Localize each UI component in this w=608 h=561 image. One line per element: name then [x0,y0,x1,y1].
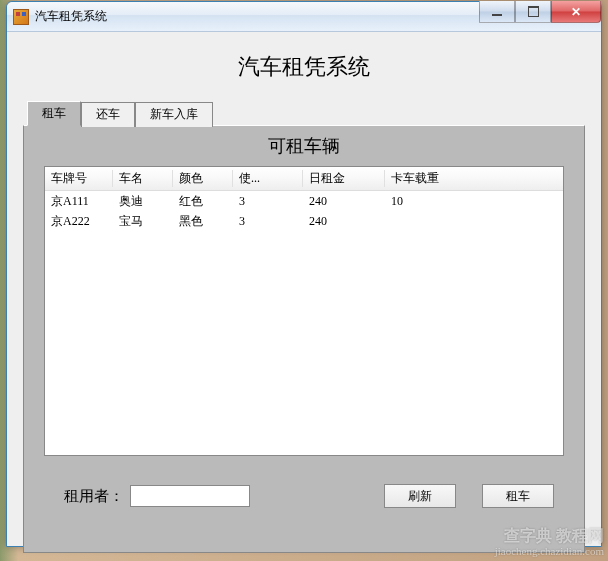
cell-daily: 240 [303,214,385,229]
cell-daily: 240 [303,194,385,209]
vehicle-listview[interactable]: 车牌号 车名 颜色 使... 日租金 卡车载重 京A111 奥迪 红色 3 24… [44,166,564,456]
tab-panel-rent: 可租车辆 车牌号 车名 颜色 使... 日租金 卡车载重 京A111 奥迪 红色… [23,125,585,553]
app-icon [13,9,29,25]
table-row[interactable]: 京A111 奥迪 红色 3 240 10 [45,191,563,211]
minimize-button[interactable] [479,1,515,23]
app-window: 汽车租凭系统 汽车租凭系统 租车 还车 新车入库 可租车辆 车牌号 车名 颜色 … [6,1,602,547]
tab-newcar[interactable]: 新车入库 [135,102,213,127]
window-buttons [479,1,601,23]
col-usage[interactable]: 使... [233,170,303,187]
titlebar[interactable]: 汽车租凭系统 [7,2,601,32]
cell-load: 10 [385,194,563,209]
cell-plate: 京A222 [45,213,113,230]
tab-return[interactable]: 还车 [81,102,135,127]
col-color[interactable]: 颜色 [173,170,233,187]
cell-plate: 京A111 [45,193,113,210]
renter-input[interactable] [130,485,250,507]
cell-usage: 3 [233,214,303,229]
col-daily[interactable]: 日租金 [303,170,385,187]
bottom-row: 租用者： 刷新 租车 [44,484,564,508]
watermark-main: 查字典 教程网 [495,526,604,545]
col-plate[interactable]: 车牌号 [45,170,113,187]
table-row[interactable]: 京A222 宝马 黑色 3 240 [45,211,563,231]
page-title: 汽车租凭系统 [15,52,593,82]
watermark: 查字典 教程网 jiaocheng.chazidian.com [495,526,604,558]
col-name[interactable]: 车名 [113,170,173,187]
cell-usage: 3 [233,194,303,209]
cell-name: 宝马 [113,213,173,230]
window-title: 汽车租凭系统 [35,8,107,25]
refresh-button[interactable]: 刷新 [384,484,456,508]
client-area: 汽车租凭系统 租车 还车 新车入库 可租车辆 车牌号 车名 颜色 使... 日租… [7,32,601,546]
rent-button[interactable]: 租车 [482,484,554,508]
close-button[interactable] [551,1,601,23]
tab-rent[interactable]: 租车 [27,101,81,126]
cell-name: 奥迪 [113,193,173,210]
cell-color: 红色 [173,193,233,210]
col-load[interactable]: 卡车载重 [385,170,563,187]
listview-header: 车牌号 车名 颜色 使... 日租金 卡车载重 [45,167,563,191]
watermark-sub: jiaocheng.chazidian.com [495,545,604,558]
renter-label: 租用者： [64,487,124,506]
maximize-button[interactable] [515,1,551,23]
tab-strip: 租车 还车 新车入库 [27,100,593,125]
panel-title: 可租车辆 [44,134,564,158]
cell-color: 黑色 [173,213,233,230]
